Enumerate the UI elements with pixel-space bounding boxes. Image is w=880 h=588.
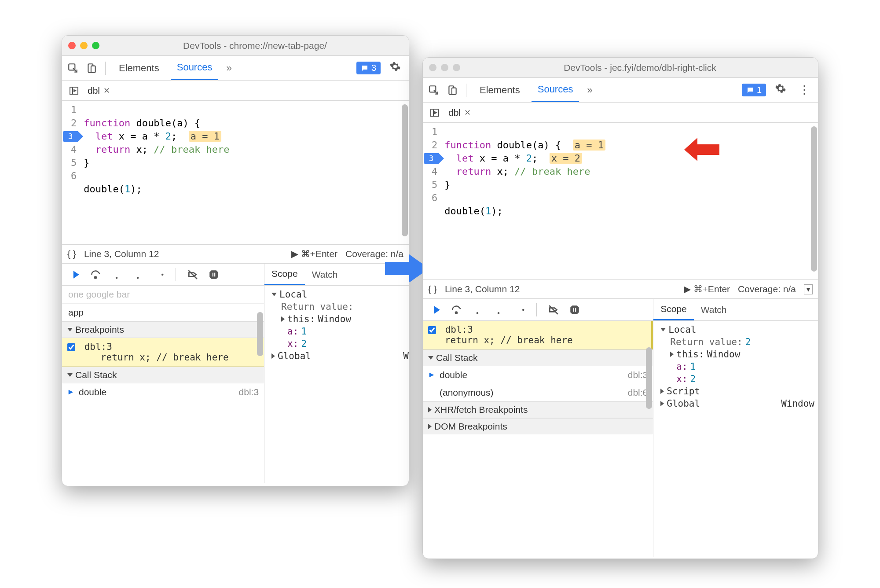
step-out-icon[interactable] — [492, 304, 505, 316]
step-into-icon[interactable] — [110, 268, 123, 281]
svg-point-6 — [137, 277, 139, 279]
tab-elements[interactable]: Elements — [473, 78, 526, 102]
minimize-icon[interactable] — [80, 42, 88, 49]
maximize-icon[interactable] — [453, 64, 460, 71]
breakpoint-checkbox[interactable] — [428, 326, 436, 334]
step-into-icon[interactable] — [471, 304, 484, 316]
inspect-icon[interactable] — [66, 62, 80, 75]
tab-sources[interactable]: Sources — [171, 56, 219, 80]
file-tab-bar: dbl ✕ — [423, 103, 818, 123]
svg-rect-18 — [573, 308, 574, 312]
more-menu-icon[interactable]: ⋮ — [795, 83, 814, 97]
list-item-app[interactable]: app — [62, 304, 264, 321]
breakpoints-header[interactable]: Breakpoints — [62, 321, 264, 338]
traffic-lights[interactable] — [429, 64, 460, 71]
step-over-icon[interactable] — [89, 268, 102, 281]
debugger-right-pane: Scope Watch Local Return value: 2 this: … — [653, 299, 818, 557]
step-icon[interactable] — [513, 304, 526, 316]
minimize-icon[interactable] — [441, 64, 448, 71]
braces-icon[interactable]: { } — [67, 249, 76, 259]
titlebar: DevTools - jec.fyi/demo/dbl-right-click — [423, 58, 818, 78]
list-item[interactable]: one google bar — [62, 286, 264, 304]
traffic-lights[interactable] — [68, 42, 99, 49]
code-editor[interactable]: 3 123456 function double(a) { a = 1 let … — [423, 123, 818, 279]
step-icon[interactable] — [153, 268, 165, 281]
file-tab-close-icon[interactable]: ✕ — [464, 108, 471, 118]
breakpoint-checkbox[interactable] — [67, 343, 75, 351]
tab-watch[interactable]: Watch — [694, 299, 734, 320]
inline-value-x: x = 2 — [550, 153, 582, 164]
breakpoint-item[interactable]: dbl:3 return x; // break here — [423, 321, 653, 349]
pause-exceptions-icon[interactable] — [208, 268, 220, 281]
file-tab[interactable]: dbl ✕ — [85, 85, 113, 96]
braces-icon[interactable]: { } — [428, 284, 437, 294]
devtools-window-right: DevTools - jec.fyi/demo/dbl-right-click … — [422, 57, 818, 559]
svg-point-16 — [498, 312, 500, 314]
devtools-window-left: DevTools - chrome://new-tab-page/ Elemen… — [62, 35, 409, 486]
collapse-icon[interactable]: ▾ — [804, 284, 813, 294]
line-gutter: 123456 — [62, 101, 82, 244]
deactivate-breakpoints-icon[interactable] — [187, 268, 199, 281]
more-tabs-icon[interactable]: » — [224, 62, 234, 74]
tab-sources[interactable]: Sources — [532, 78, 579, 102]
step-over-icon[interactable] — [450, 304, 462, 316]
device-icon[interactable] — [85, 62, 98, 75]
settings-icon[interactable] — [386, 61, 404, 75]
device-icon[interactable] — [446, 84, 459, 97]
issues-badge[interactable]: 3 — [356, 62, 381, 74]
callstack-row[interactable]: double dbl:3 — [62, 383, 264, 401]
navigator-icon[interactable] — [67, 84, 81, 97]
scrollbar[interactable] — [811, 125, 817, 278]
svg-rect-2 — [91, 66, 95, 72]
code-content: function double(a) { a = 1 let x = a * 2… — [443, 123, 818, 279]
inspect-icon[interactable] — [427, 84, 440, 97]
tab-scope[interactable]: Scope — [264, 264, 305, 285]
callstack-header[interactable]: Call Stack — [62, 367, 264, 383]
red-arrow-icon — [682, 136, 722, 166]
tab-watch[interactable]: Watch — [305, 264, 345, 285]
badge-count: 3 — [371, 63, 376, 73]
file-tab-close-icon[interactable]: ✕ — [103, 86, 110, 96]
divider — [105, 62, 106, 75]
step-out-icon[interactable] — [132, 268, 144, 281]
more-tabs-icon[interactable]: » — [584, 85, 595, 96]
cursor-position: Line 3, Column 12 — [84, 249, 159, 259]
svg-rect-8 — [213, 272, 213, 276]
tab-scope[interactable]: Scope — [653, 299, 694, 320]
close-icon[interactable] — [68, 42, 76, 49]
svg-rect-12 — [452, 88, 456, 94]
file-tab[interactable]: dbl ✕ — [446, 107, 473, 118]
close-icon[interactable] — [429, 64, 436, 71]
navigator-icon[interactable] — [428, 106, 441, 119]
maximize-icon[interactable] — [92, 42, 99, 49]
tab-elements[interactable]: Elements — [113, 56, 165, 80]
inline-value-a: a = 1 — [189, 131, 221, 142]
issues-badge[interactable]: 1 — [742, 84, 766, 96]
breakpoint-item[interactable]: dbl:3 return x; // break here — [62, 338, 264, 367]
xhr-breakpoints-header[interactable]: XHR/fetch Breakpoints — [423, 401, 653, 418]
resume-icon[interactable] — [429, 304, 441, 316]
code-editor[interactable]: 3 123456 function double(a) { let x = a … — [62, 101, 409, 244]
blue-arrow-icon — [383, 251, 422, 282]
settings-icon[interactable] — [771, 83, 790, 97]
resume-icon[interactable] — [68, 268, 81, 281]
callstack-row[interactable]: double dbl:3 — [423, 366, 653, 384]
scope-tabs: Scope Watch — [653, 299, 818, 321]
file-tab-label: dbl — [448, 107, 461, 118]
run-snippet[interactable]: ▶ ⌘+Enter — [291, 249, 337, 259]
pause-exceptions-icon[interactable] — [568, 304, 581, 316]
scope-body: Local Return value: this: Window a: 1 x:… — [264, 286, 409, 368]
svg-point-15 — [477, 312, 479, 314]
run-snippet[interactable]: ▶ ⌘+Enter — [684, 284, 730, 294]
deactivate-breakpoints-icon[interactable] — [547, 304, 560, 316]
svg-point-17 — [522, 309, 524, 311]
scrollbar[interactable] — [402, 103, 408, 243]
execution-line-marker: 3 — [424, 153, 439, 164]
callstack-header[interactable]: Call Stack — [423, 349, 653, 366]
scrollbar[interactable] — [257, 286, 263, 431]
callstack-row[interactable]: (anonymous) dbl:6 — [423, 384, 653, 401]
dom-breakpoints-header[interactable]: DOM Breakpoints — [423, 418, 653, 434]
code-content: function double(a) { let x = a * 2; a = … — [82, 101, 409, 244]
cursor-position: Line 3, Column 12 — [445, 284, 520, 294]
scrollbar[interactable] — [646, 321, 652, 444]
